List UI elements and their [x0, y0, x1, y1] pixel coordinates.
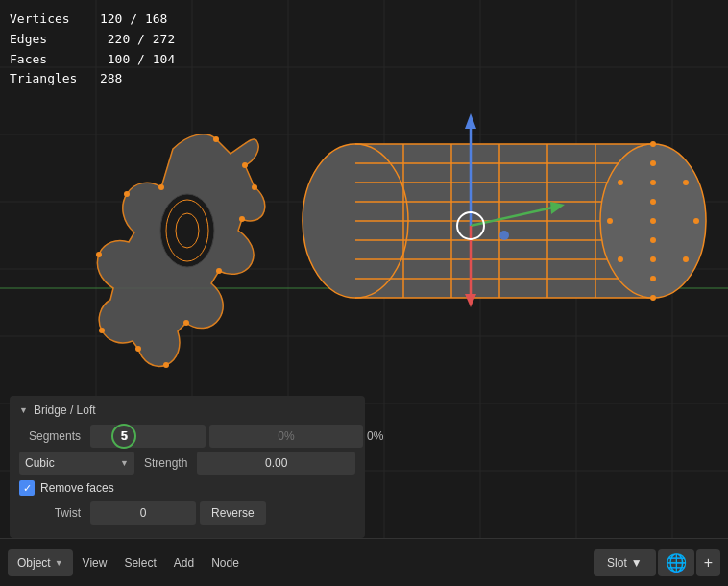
- edges-stat: Edges 220 / 272: [10, 30, 175, 50]
- percent-input[interactable]: [209, 425, 363, 448]
- svg-point-66: [183, 320, 189, 326]
- segments-circle-indicator: 5: [111, 424, 136, 449]
- view-button[interactable]: View: [75, 549, 115, 576]
- segments-wrapper: 5: [90, 425, 206, 448]
- strength-input[interactable]: [197, 452, 355, 475]
- remove-faces-checkbox-wrapper[interactable]: ✓ Remove faces: [19, 480, 114, 496]
- svg-point-64: [239, 216, 245, 222]
- reverse-button[interactable]: Reverse: [200, 501, 266, 525]
- panel-header: ▼ Bridge / Loft: [19, 403, 355, 417]
- add-label: Add: [174, 556, 194, 570]
- interpolation-dropdown-wrapper: Cubic ▼: [19, 452, 134, 475]
- svg-point-51: [618, 180, 623, 185]
- segments-label: Segments: [19, 429, 86, 443]
- svg-point-68: [135, 346, 141, 352]
- svg-point-39: [650, 160, 656, 166]
- interpolation-dropdown[interactable]: Cubic ▼: [19, 452, 134, 475]
- globe-button[interactable]: 🌐: [658, 549, 694, 576]
- select-button[interactable]: Select: [116, 549, 163, 576]
- segments-circle-value: 5: [121, 429, 128, 443]
- svg-point-61: [213, 136, 219, 142]
- strength-label: Strength: [138, 456, 193, 470]
- add-button[interactable]: Add: [166, 549, 202, 576]
- svg-point-72: [158, 184, 164, 190]
- faces-label: Faces: [10, 52, 47, 66]
- svg-point-38: [650, 141, 656, 147]
- faces-stat: Faces 100 / 104: [10, 50, 175, 70]
- triangles-label: Triangles: [10, 71, 77, 85]
- svg-point-52: [618, 256, 623, 262]
- slot-button[interactable]: Slot ▼: [594, 549, 656, 576]
- remove-faces-checkbox[interactable]: ✓: [19, 480, 35, 496]
- vertices-value: 120 / 168: [100, 12, 167, 26]
- bridge-loft-panel: ▼ Bridge / Loft Segments 5 0% Cubic ▼ St…: [10, 396, 365, 538]
- view-label: View: [83, 556, 108, 570]
- mode-label: Object: [17, 556, 51, 570]
- twist-input[interactable]: [90, 501, 196, 525]
- svg-point-44: [650, 256, 656, 262]
- svg-point-70: [96, 252, 102, 257]
- panel-title: Bridge / Loft: [34, 403, 96, 417]
- svg-point-47: [693, 218, 699, 224]
- edges-value: 220 / 272: [108, 32, 175, 46]
- svg-point-41: [650, 199, 656, 205]
- svg-point-42: [650, 218, 656, 224]
- panel-chevron-icon[interactable]: ▼: [19, 405, 28, 415]
- percent-display: 0%: [367, 429, 383, 443]
- stats-overlay: Vertices 120 / 168 Edges 220 / 272 Faces…: [10, 10, 175, 89]
- faces-value: 100 / 104: [108, 52, 175, 66]
- triangles-stat: Triangles 288: [10, 69, 175, 89]
- remove-faces-row: ✓ Remove faces: [19, 478, 355, 498]
- svg-point-50: [683, 256, 689, 262]
- twist-reverse-row: Twist Reverse: [19, 501, 355, 525]
- svg-point-71: [124, 191, 130, 197]
- svg-point-45: [650, 276, 656, 281]
- interpolation-strength-row: Cubic ▼ Strength: [19, 452, 355, 475]
- svg-point-16: [160, 194, 214, 267]
- svg-point-48: [607, 218, 613, 224]
- bottom-bar: Object ▼ View Select Add Node Slot ▼ 🌐 +: [0, 538, 728, 586]
- svg-point-60: [499, 231, 509, 240]
- edges-label: Edges: [10, 32, 47, 46]
- plus-icon: +: [704, 554, 713, 572]
- slot-dropdown-arrow-icon: ▼: [631, 556, 643, 570]
- slot-label: Slot: [607, 556, 627, 570]
- segments-row: Segments 5 0%: [19, 425, 355, 448]
- interpolation-value: Cubic: [25, 456, 55, 470]
- svg-point-67: [163, 362, 169, 368]
- svg-point-40: [650, 180, 656, 185]
- svg-point-49: [683, 180, 689, 185]
- remove-faces-label: Remove faces: [40, 481, 114, 495]
- svg-point-43: [650, 237, 656, 243]
- mode-dropdown-arrow-icon: ▼: [55, 558, 63, 568]
- vertices-stat: Vertices 120 / 168: [10, 10, 175, 30]
- segments-input[interactable]: [90, 425, 206, 448]
- svg-point-69: [99, 328, 105, 333]
- mode-button[interactable]: Object ▼: [8, 549, 73, 576]
- select-label: Select: [124, 556, 156, 570]
- node-label: Node: [211, 556, 239, 570]
- vertices-label: Vertices: [10, 12, 70, 26]
- globe-icon: 🌐: [666, 552, 687, 574]
- svg-point-46: [650, 295, 656, 301]
- plus-button[interactable]: +: [696, 549, 720, 576]
- dropdown-arrow-icon: ▼: [120, 458, 129, 468]
- svg-point-63: [252, 184, 257, 190]
- checkmark-icon: ✓: [23, 483, 32, 494]
- svg-point-62: [242, 162, 248, 168]
- triangles-value: 288: [100, 71, 122, 85]
- node-button[interactable]: Node: [204, 549, 247, 576]
- svg-point-65: [216, 268, 222, 274]
- twist-label: Twist: [19, 506, 86, 520]
